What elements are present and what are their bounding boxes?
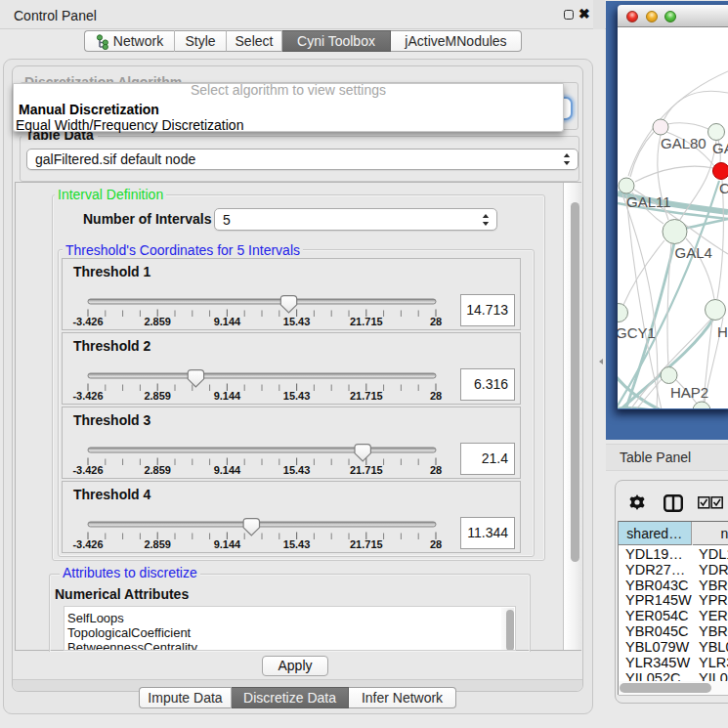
svg-text:H: H (717, 323, 728, 340)
svg-text:15.43: 15.43 (283, 538, 311, 550)
svg-text:9.144: 9.144 (214, 390, 241, 402)
svg-text:HAP2: HAP2 (670, 384, 708, 401)
svg-text:28: 28 (430, 464, 442, 476)
svg-text:-3.426: -3.426 (72, 316, 103, 327)
svg-text:15.43: 15.43 (283, 464, 311, 476)
svg-text:28: 28 (430, 390, 442, 402)
svg-text:21.715: 21.715 (350, 464, 383, 476)
svg-text:GAL80: GAL80 (661, 135, 707, 151)
svg-text:2.859: 2.859 (144, 316, 171, 327)
svg-text:2.859: 2.859 (144, 390, 171, 402)
svg-text:21.715: 21.715 (350, 316, 383, 327)
svg-text:21.715: 21.715 (350, 538, 383, 550)
svg-text:15.43: 15.43 (283, 316, 311, 327)
svg-text:GCY1: GCY1 (618, 324, 656, 341)
svg-text:-3.426: -3.426 (72, 464, 103, 476)
svg-text:-3.426: -3.426 (72, 538, 103, 550)
svg-text:21.715: 21.715 (350, 390, 383, 402)
svg-text:2.859: 2.859 (144, 538, 171, 550)
svg-text:GA: GA (712, 140, 728, 156)
svg-text:C: C (719, 180, 728, 196)
svg-text:9.144: 9.144 (214, 316, 241, 327)
svg-text:2.859: 2.859 (144, 464, 171, 476)
svg-text:28: 28 (430, 316, 442, 327)
svg-text:GAL4: GAL4 (675, 244, 712, 261)
svg-text:28: 28 (430, 538, 442, 550)
svg-text:9.144: 9.144 (214, 538, 241, 550)
svg-text:-3.426: -3.426 (72, 390, 103, 402)
svg-text:GAL11: GAL11 (626, 193, 671, 210)
svg-text:9.144: 9.144 (214, 464, 241, 476)
svg-text:15.43: 15.43 (283, 390, 311, 402)
